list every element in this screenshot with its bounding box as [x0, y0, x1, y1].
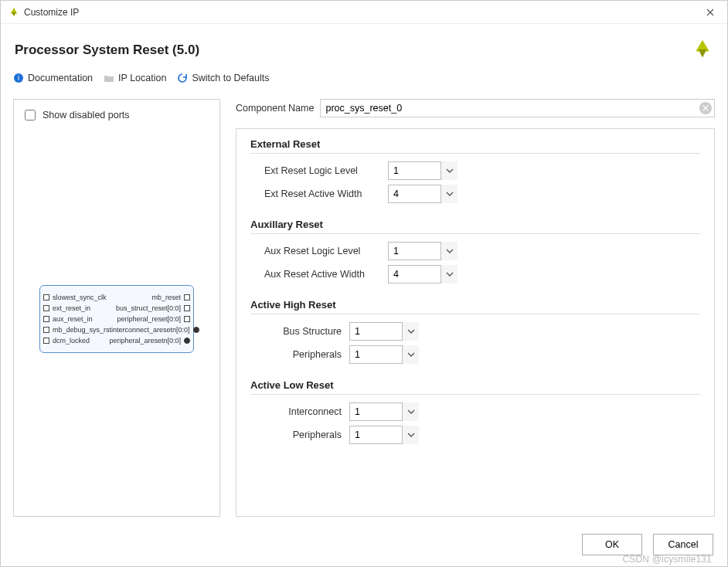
- port-in: mb_debug_sys_rst: [43, 324, 111, 335]
- port-out: peripheral_aresetn[0:0]: [109, 335, 190, 346]
- component-name-label: Component Name: [236, 103, 314, 114]
- section-title: External Reset: [250, 138, 700, 150]
- aux-reset-logic-level-combo[interactable]: [388, 242, 458, 260]
- form-frame: External Reset Ext Reset Logic Level Ext…: [236, 128, 715, 517]
- section-active-low: Active Low Reset Interconnect Peripheral…: [250, 379, 700, 444]
- port-out: bus_struct_reset[0:0]: [116, 303, 190, 314]
- chevron-down-icon[interactable]: [441, 265, 458, 284]
- documentation-link[interactable]: i Documentation: [13, 73, 93, 83]
- chevron-down-icon[interactable]: [402, 322, 419, 341]
- ext-reset-active-width-combo[interactable]: [388, 185, 458, 203]
- ok-button[interactable]: OK: [582, 534, 642, 555]
- ext-reset-active-width-label: Ext Reset Active Width: [264, 188, 380, 199]
- ip-diagram: slowest_sync_clkmb_reset ext_reset_inbus…: [22, 129, 212, 508]
- component-name-row: Component Name: [236, 99, 715, 117]
- aux-reset-logic-level-label: Aux Reset Logic Level: [264, 246, 380, 256]
- ip-location-link[interactable]: IP Location: [104, 73, 166, 83]
- port-out: peripheral_reset[0:0]: [117, 314, 190, 324]
- toolbar: i Documentation IP Location Switch to De…: [1, 70, 727, 93]
- svg-text:i: i: [18, 74, 19, 82]
- port-in: dcm_locked: [43, 335, 90, 346]
- refresh-icon: [177, 73, 188, 83]
- section-title: Active Low Reset: [250, 379, 700, 391]
- info-icon: i: [13, 73, 24, 83]
- ip-block: slowest_sync_clkmb_reset ext_reset_inbus…: [39, 285, 194, 353]
- al-peripherals-combo[interactable]: [349, 426, 419, 444]
- clear-icon[interactable]: [699, 102, 712, 114]
- preview-panel: Show disabled ports slowest_sync_clkmb_r…: [13, 99, 220, 517]
- customize-ip-window: Customize IP Processor System Reset (5.0…: [0, 0, 728, 567]
- chevron-down-icon[interactable]: [402, 345, 419, 364]
- chevron-down-icon[interactable]: [441, 185, 458, 203]
- ip-location-label: IP Location: [118, 73, 166, 83]
- titlebar: Customize IP: [1, 1, 727, 24]
- vendor-logo-icon: [692, 38, 713, 62]
- port-in: slowest_sync_clk: [43, 292, 107, 303]
- footer: OK Cancel CSDN @icysmile131: [1, 526, 727, 566]
- port-in: ext_reset_in: [43, 303, 90, 314]
- show-disabled-ports-input[interactable]: [25, 110, 36, 121]
- chevron-down-icon[interactable]: [441, 161, 458, 180]
- port-out: interconnect_aresetn[0:0]: [111, 324, 199, 335]
- ah-peripherals-label: Peripherals: [264, 349, 342, 360]
- switch-defaults-link[interactable]: Switch to Defaults: [177, 73, 269, 83]
- section-title: Auxillary Reset: [250, 219, 700, 230]
- section-external-reset: External Reset Ext Reset Logic Level Ext…: [250, 138, 700, 203]
- aux-reset-active-width-label: Aux Reset Active Width: [264, 269, 380, 280]
- close-button[interactable]: [701, 3, 719, 22]
- ah-peripherals-combo[interactable]: [349, 345, 419, 364]
- documentation-label: Documentation: [28, 73, 93, 83]
- watermark: CSDN @icysmile131: [622, 554, 712, 565]
- header: Processor System Reset (5.0): [1, 24, 727, 70]
- page-title: Processor System Reset (5.0): [15, 42, 692, 58]
- ext-reset-logic-level-label: Ext Reset Logic Level: [264, 165, 380, 176]
- cancel-button[interactable]: Cancel: [653, 534, 713, 555]
- component-name-input[interactable]: [320, 99, 715, 117]
- window-title: Customize IP: [24, 7, 701, 18]
- section-aux-reset: Auxillary Reset Aux Reset Logic Level Au…: [250, 219, 700, 284]
- port-out: mb_reset: [151, 292, 190, 303]
- ext-reset-logic-level-combo[interactable]: [388, 161, 458, 180]
- show-disabled-ports-checkbox[interactable]: Show disabled ports: [22, 107, 212, 123]
- config-panel: Component Name External Reset Ext Reset …: [236, 99, 715, 517]
- chevron-down-icon[interactable]: [441, 242, 458, 260]
- section-active-high: Active High Reset Bus Structure Peripher…: [250, 299, 700, 364]
- section-title: Active High Reset: [250, 299, 700, 311]
- aux-reset-active-width-combo[interactable]: [388, 265, 458, 284]
- bus-structure-label: Bus Structure: [264, 326, 342, 337]
- show-disabled-ports-label: Show disabled ports: [43, 110, 130, 121]
- bus-structure-combo[interactable]: [349, 322, 419, 341]
- folder-icon: [104, 73, 114, 83]
- main-content: Show disabled ports slowest_sync_clkmb_r…: [1, 93, 727, 526]
- interconnect-combo[interactable]: [349, 402, 419, 421]
- al-peripherals-label: Peripherals: [264, 429, 342, 440]
- chevron-down-icon[interactable]: [402, 402, 419, 421]
- switch-defaults-label: Switch to Defaults: [192, 73, 269, 83]
- port-in: aux_reset_in: [43, 314, 93, 324]
- chevron-down-icon[interactable]: [402, 426, 419, 444]
- app-icon: [9, 7, 19, 18]
- interconnect-label: Interconnect: [264, 406, 342, 417]
